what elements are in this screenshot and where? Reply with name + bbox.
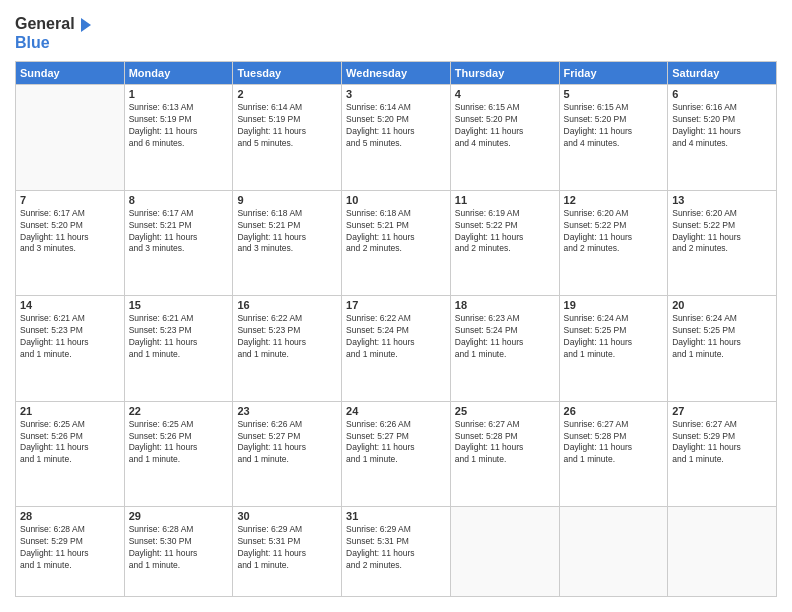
day-number: 28 (20, 510, 120, 522)
day-info: Sunrise: 6:27 AMSunset: 5:28 PMDaylight:… (564, 419, 664, 467)
day-number: 18 (455, 299, 555, 311)
calendar-week-row: 7Sunrise: 6:17 AMSunset: 5:20 PMDaylight… (16, 190, 777, 295)
table-row: 8Sunrise: 6:17 AMSunset: 5:21 PMDaylight… (124, 190, 233, 295)
day-info: Sunrise: 6:20 AMSunset: 5:22 PMDaylight:… (564, 208, 664, 256)
logo-general: General (15, 15, 75, 32)
day-info: Sunrise: 6:17 AMSunset: 5:20 PMDaylight:… (20, 208, 120, 256)
day-info: Sunrise: 6:19 AMSunset: 5:22 PMDaylight:… (455, 208, 555, 256)
header: General Blue (15, 15, 777, 51)
table-row: 29Sunrise: 6:28 AMSunset: 5:30 PMDayligh… (124, 507, 233, 597)
day-info: Sunrise: 6:26 AMSunset: 5:27 PMDaylight:… (346, 419, 446, 467)
col-monday: Monday (124, 62, 233, 85)
day-number: 19 (564, 299, 664, 311)
day-number: 4 (455, 88, 555, 100)
day-number: 6 (672, 88, 772, 100)
day-info: Sunrise: 6:25 AMSunset: 5:26 PMDaylight:… (129, 419, 229, 467)
table-row (559, 507, 668, 597)
day-info: Sunrise: 6:17 AMSunset: 5:21 PMDaylight:… (129, 208, 229, 256)
calendar-week-row: 14Sunrise: 6:21 AMSunset: 5:23 PMDayligh… (16, 296, 777, 401)
calendar-week-row: 28Sunrise: 6:28 AMSunset: 5:29 PMDayligh… (16, 507, 777, 597)
table-row (668, 507, 777, 597)
table-row: 11Sunrise: 6:19 AMSunset: 5:22 PMDayligh… (450, 190, 559, 295)
day-number: 10 (346, 194, 446, 206)
table-row: 19Sunrise: 6:24 AMSunset: 5:25 PMDayligh… (559, 296, 668, 401)
table-row (450, 507, 559, 597)
day-number: 25 (455, 405, 555, 417)
table-row: 21Sunrise: 6:25 AMSunset: 5:26 PMDayligh… (16, 401, 125, 506)
day-number: 22 (129, 405, 229, 417)
day-number: 15 (129, 299, 229, 311)
table-row: 7Sunrise: 6:17 AMSunset: 5:20 PMDaylight… (16, 190, 125, 295)
day-number: 2 (237, 88, 337, 100)
day-number: 20 (672, 299, 772, 311)
table-row: 1Sunrise: 6:13 AMSunset: 5:19 PMDaylight… (124, 85, 233, 190)
table-row: 17Sunrise: 6:22 AMSunset: 5:24 PMDayligh… (342, 296, 451, 401)
table-row: 14Sunrise: 6:21 AMSunset: 5:23 PMDayligh… (16, 296, 125, 401)
table-row: 4Sunrise: 6:15 AMSunset: 5:20 PMDaylight… (450, 85, 559, 190)
calendar-table: Sunday Monday Tuesday Wednesday Thursday… (15, 61, 777, 597)
col-friday: Friday (559, 62, 668, 85)
day-info: Sunrise: 6:22 AMSunset: 5:24 PMDaylight:… (346, 313, 446, 361)
day-info: Sunrise: 6:14 AMSunset: 5:20 PMDaylight:… (346, 102, 446, 150)
day-info: Sunrise: 6:27 AMSunset: 5:29 PMDaylight:… (672, 419, 772, 467)
table-row: 28Sunrise: 6:28 AMSunset: 5:29 PMDayligh… (16, 507, 125, 597)
col-sunday: Sunday (16, 62, 125, 85)
day-number: 9 (237, 194, 337, 206)
day-number: 14 (20, 299, 120, 311)
day-number: 17 (346, 299, 446, 311)
day-number: 11 (455, 194, 555, 206)
day-number: 21 (20, 405, 120, 417)
table-row: 15Sunrise: 6:21 AMSunset: 5:23 PMDayligh… (124, 296, 233, 401)
day-number: 31 (346, 510, 446, 522)
day-info: Sunrise: 6:24 AMSunset: 5:25 PMDaylight:… (672, 313, 772, 361)
table-row: 13Sunrise: 6:20 AMSunset: 5:22 PMDayligh… (668, 190, 777, 295)
logo-text: General Blue (15, 15, 95, 51)
day-info: Sunrise: 6:26 AMSunset: 5:27 PMDaylight:… (237, 419, 337, 467)
day-number: 30 (237, 510, 337, 522)
table-row: 26Sunrise: 6:27 AMSunset: 5:28 PMDayligh… (559, 401, 668, 506)
day-number: 29 (129, 510, 229, 522)
day-info: Sunrise: 6:29 AMSunset: 5:31 PMDaylight:… (346, 524, 446, 572)
day-number: 5 (564, 88, 664, 100)
day-info: Sunrise: 6:25 AMSunset: 5:26 PMDaylight:… (20, 419, 120, 467)
day-info: Sunrise: 6:23 AMSunset: 5:24 PMDaylight:… (455, 313, 555, 361)
day-number: 13 (672, 194, 772, 206)
day-info: Sunrise: 6:21 AMSunset: 5:23 PMDaylight:… (129, 313, 229, 361)
day-info: Sunrise: 6:18 AMSunset: 5:21 PMDaylight:… (346, 208, 446, 256)
col-thursday: Thursday (450, 62, 559, 85)
table-row: 24Sunrise: 6:26 AMSunset: 5:27 PMDayligh… (342, 401, 451, 506)
calendar-week-row: 21Sunrise: 6:25 AMSunset: 5:26 PMDayligh… (16, 401, 777, 506)
table-row: 10Sunrise: 6:18 AMSunset: 5:21 PMDayligh… (342, 190, 451, 295)
table-row: 6Sunrise: 6:16 AMSunset: 5:20 PMDaylight… (668, 85, 777, 190)
day-info: Sunrise: 6:15 AMSunset: 5:20 PMDaylight:… (455, 102, 555, 150)
day-info: Sunrise: 6:20 AMSunset: 5:22 PMDaylight:… (672, 208, 772, 256)
table-row: 31Sunrise: 6:29 AMSunset: 5:31 PMDayligh… (342, 507, 451, 597)
day-number: 7 (20, 194, 120, 206)
calendar-week-row: 1Sunrise: 6:13 AMSunset: 5:19 PMDaylight… (16, 85, 777, 190)
day-number: 1 (129, 88, 229, 100)
table-row: 2Sunrise: 6:14 AMSunset: 5:19 PMDaylight… (233, 85, 342, 190)
table-row: 9Sunrise: 6:18 AMSunset: 5:21 PMDaylight… (233, 190, 342, 295)
day-info: Sunrise: 6:21 AMSunset: 5:23 PMDaylight:… (20, 313, 120, 361)
table-row: 5Sunrise: 6:15 AMSunset: 5:20 PMDaylight… (559, 85, 668, 190)
page: General Blue Sunday Monday Tuesday Wedne… (0, 0, 792, 612)
table-row: 25Sunrise: 6:27 AMSunset: 5:28 PMDayligh… (450, 401, 559, 506)
day-number: 3 (346, 88, 446, 100)
svg-marker-0 (81, 18, 91, 32)
logo-blue: Blue (15, 34, 50, 51)
table-row: 16Sunrise: 6:22 AMSunset: 5:23 PMDayligh… (233, 296, 342, 401)
day-info: Sunrise: 6:28 AMSunset: 5:29 PMDaylight:… (20, 524, 120, 572)
table-row: 22Sunrise: 6:25 AMSunset: 5:26 PMDayligh… (124, 401, 233, 506)
day-info: Sunrise: 6:16 AMSunset: 5:20 PMDaylight:… (672, 102, 772, 150)
table-row: 23Sunrise: 6:26 AMSunset: 5:27 PMDayligh… (233, 401, 342, 506)
day-number: 16 (237, 299, 337, 311)
day-number: 8 (129, 194, 229, 206)
day-number: 24 (346, 405, 446, 417)
table-row (16, 85, 125, 190)
table-row: 12Sunrise: 6:20 AMSunset: 5:22 PMDayligh… (559, 190, 668, 295)
table-row: 20Sunrise: 6:24 AMSunset: 5:25 PMDayligh… (668, 296, 777, 401)
day-info: Sunrise: 6:28 AMSunset: 5:30 PMDaylight:… (129, 524, 229, 572)
day-number: 23 (237, 405, 337, 417)
day-info: Sunrise: 6:27 AMSunset: 5:28 PMDaylight:… (455, 419, 555, 467)
col-saturday: Saturday (668, 62, 777, 85)
